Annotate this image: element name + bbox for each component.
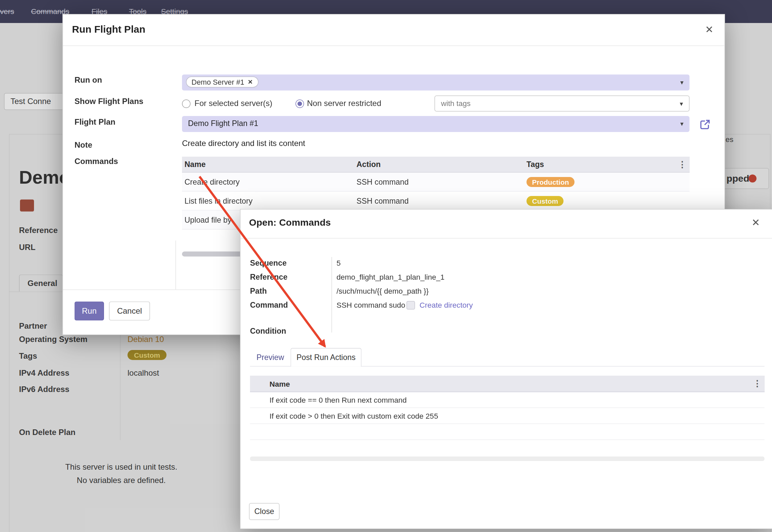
form-divider bbox=[176, 241, 176, 290]
with-tags-value: with tags bbox=[441, 99, 471, 108]
row-action: SSH command bbox=[354, 177, 524, 186]
horizontal-scrollbar-thumb[interactable] bbox=[182, 252, 247, 257]
col-name: Name bbox=[250, 379, 290, 388]
commands-label: Commands bbox=[75, 157, 118, 166]
table-row[interactable]: Create directory SSH command Production bbox=[182, 173, 690, 192]
open-modal-header-divider bbox=[241, 238, 772, 239]
col-name: Name bbox=[182, 160, 354, 169]
command-value: SSH command sudo bbox=[337, 301, 405, 309]
commands-table-header: Name Action Tags ⋮ bbox=[182, 157, 690, 173]
sequence-label: Sequence bbox=[250, 259, 287, 268]
table-row[interactable]: List files in directory SSH command Cust… bbox=[182, 192, 690, 211]
horizontal-scrollbar bbox=[250, 457, 765, 461]
reference-value: demo_flight_plan_1_plan_line_1 bbox=[337, 273, 445, 281]
run-button-label: Run bbox=[82, 307, 97, 316]
run-on-caret-icon[interactable]: ▾ bbox=[680, 79, 684, 86]
cancel-button-label: Cancel bbox=[117, 307, 142, 316]
radio-non-server-restricted-label: Non server restricted bbox=[307, 99, 381, 108]
tag-badge-production: Production bbox=[527, 177, 575, 187]
show-flight-plans-label: Show Flight Plans bbox=[75, 97, 144, 106]
table-row[interactable]: If exit code > 0 then Exit with custom e… bbox=[250, 408, 765, 424]
path-label: Path bbox=[250, 287, 267, 296]
run-on-field[interactable]: Demo Server #1 ✕ ▾ bbox=[182, 75, 690, 91]
col-action: Action bbox=[354, 160, 524, 169]
radio-for-selected-servers[interactable] bbox=[182, 100, 191, 108]
sequence-value: 5 bbox=[337, 259, 341, 267]
table-row-empty[interactable] bbox=[250, 424, 765, 440]
row-name: If exit code > 0 then Exit with custom e… bbox=[270, 412, 438, 420]
reference-label: Reference bbox=[250, 273, 287, 282]
column-options-kebab-icon[interactable]: ⋮ bbox=[753, 378, 762, 389]
flight-plan-caret-icon[interactable]: ▾ bbox=[680, 120, 684, 128]
app-viewport: vers Commands Files Tools Settings Test … bbox=[0, 0, 772, 532]
flight-plan-value: Demo Flight Plan #1 bbox=[188, 119, 258, 128]
open-modal-close-icon[interactable]: ✕ bbox=[752, 218, 760, 228]
post-run-table-header: Name ⋮ bbox=[250, 376, 765, 392]
run-modal-close-icon[interactable]: ✕ bbox=[705, 25, 713, 35]
tab-post-run-actions[interactable]: Post Run Actions bbox=[291, 348, 362, 367]
radio-non-server-restricted[interactable] bbox=[296, 100, 304, 108]
with-tags-select[interactable]: with tags ▾ bbox=[435, 96, 690, 112]
run-button[interactable]: Run bbox=[75, 302, 104, 321]
server-tag-pill[interactable]: Demo Server #1 ✕ bbox=[186, 77, 258, 88]
row-action: SSH command bbox=[354, 196, 524, 205]
note-label: Note bbox=[75, 141, 92, 150]
create-directory-checkbox[interactable] bbox=[407, 301, 415, 310]
with-tags-caret-icon[interactable]: ▾ bbox=[680, 100, 683, 108]
col-tags: Tags bbox=[524, 160, 690, 169]
table-row[interactable]: If exit code == 0 then Run next command bbox=[250, 392, 765, 408]
plan-description: Create directory and list its content bbox=[182, 139, 305, 148]
open-flight-plan-external-link-icon[interactable] bbox=[700, 119, 711, 130]
server-tag-label: Demo Server #1 bbox=[192, 78, 244, 86]
close-button[interactable]: Close bbox=[249, 503, 280, 520]
radio-for-selected-servers-label: For selected server(s) bbox=[195, 99, 272, 108]
column-options-kebab-icon[interactable]: ⋮ bbox=[678, 159, 687, 170]
tag-badge-custom: Custom bbox=[527, 196, 564, 206]
create-directory-link[interactable]: Create directory bbox=[420, 301, 473, 309]
tab-post-run-actions-label: Post Run Actions bbox=[296, 353, 355, 362]
server-tag-remove-icon[interactable]: ✕ bbox=[248, 79, 253, 86]
command-label: Command bbox=[250, 301, 288, 310]
row-name: List files in directory bbox=[182, 196, 354, 205]
row-name: If exit code == 0 then Run next command bbox=[270, 396, 407, 404]
flight-plan-select[interactable]: Demo Flight Plan #1 ▾ bbox=[182, 116, 690, 132]
open-commands-modal: Open: Commands ✕ Sequence 5 Reference de… bbox=[240, 209, 772, 529]
post-run-actions-table: Name ⋮ If exit code == 0 then Run next c… bbox=[250, 376, 765, 440]
run-on-label: Run on bbox=[75, 76, 102, 85]
tab-preview[interactable]: Preview bbox=[257, 353, 284, 362]
close-button-label: Close bbox=[254, 507, 274, 516]
condition-label: Condition bbox=[250, 327, 286, 336]
run-modal-title: Run Flight Plan bbox=[72, 24, 145, 35]
flight-plan-label: Flight Plan bbox=[75, 118, 116, 127]
cancel-button[interactable]: Cancel bbox=[109, 302, 150, 321]
row-name: Create directory bbox=[182, 177, 354, 186]
run-modal-header-divider bbox=[63, 46, 725, 46]
path-value: /such/much/{{ demo_path }} bbox=[337, 287, 429, 295]
open-modal-title: Open: Commands bbox=[249, 217, 331, 228]
label-value-divider bbox=[332, 257, 332, 333]
